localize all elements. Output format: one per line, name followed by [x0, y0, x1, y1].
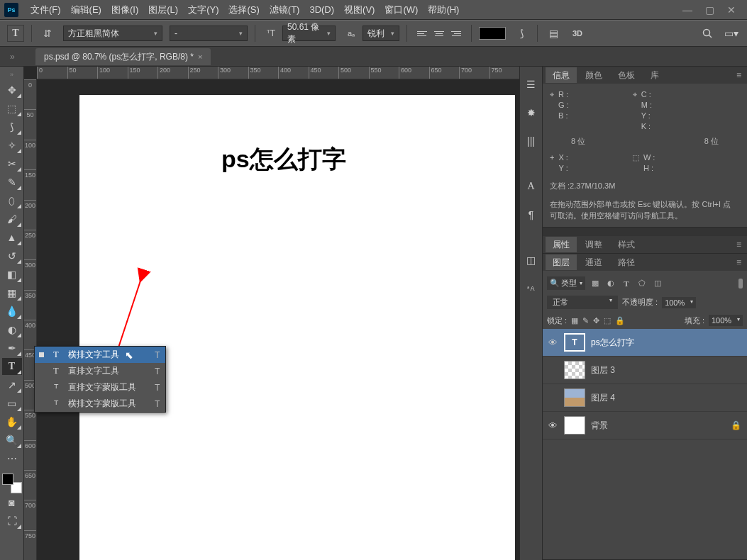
menu-item[interactable]: 3D(D): [304, 0, 339, 20]
tool-preset-icon[interactable]: T: [7, 25, 24, 42]
menu-item[interactable]: 文字(Y): [183, 0, 223, 20]
lasso-tool[interactable]: ⟆: [2, 118, 22, 135]
character-panel-icon[interactable]: ▤: [545, 25, 562, 42]
panel-tab[interactable]: 调整: [578, 237, 609, 252]
magic-wand-tool[interactable]: ✧: [2, 137, 22, 154]
layer-row[interactable]: 图层 4: [543, 384, 747, 412]
eraser-tool[interactable]: ◧: [2, 266, 22, 283]
eyedropper-tool[interactable]: ✎: [2, 174, 22, 191]
lock-artboard-icon[interactable]: ⬚: [604, 316, 611, 325]
close-tab-icon[interactable]: ×: [198, 48, 202, 65]
marquee-tool[interactable]: ⬚: [2, 100, 22, 117]
edit-toolbar-icon[interactable]: ⋯: [2, 450, 22, 467]
actions-dock-icon[interactable]: ᵃA: [524, 281, 539, 296]
fgbg-colors[interactable]: [2, 474, 22, 493]
layer-name[interactable]: 图层 3: [591, 364, 615, 376]
layer-filter-dropdown[interactable]: 🔍 类型: [547, 276, 585, 290]
lock-pixel-icon[interactable]: ✎: [582, 316, 589, 325]
character-dock-icon[interactable]: A: [524, 179, 539, 194]
align-right-button[interactable]: [448, 26, 464, 41]
layer-row[interactable]: 👁Tps怎么打字: [543, 329, 747, 357]
menu-item[interactable]: 选择(S): [223, 0, 264, 20]
flyout-item[interactable]: T横排文字工具⬉T: [35, 347, 165, 363]
panel-tab[interactable]: 颜色: [578, 67, 609, 83]
blur-tool[interactable]: 💧: [2, 303, 22, 320]
panel-tab[interactable]: 色板: [611, 67, 642, 83]
panel-tab[interactable]: 库: [643, 67, 666, 83]
menu-item[interactable]: 图像(I): [106, 0, 143, 20]
flyout-item[interactable]: T直排文字工具T: [35, 363, 165, 379]
panel-tab[interactable]: 通道: [578, 254, 609, 270]
menu-item[interactable]: 图层(L): [143, 0, 183, 20]
menu-item[interactable]: 编辑(E): [66, 0, 106, 20]
zoom-tool[interactable]: 🔍: [2, 432, 22, 449]
flyout-item[interactable]: ⸆横排文字蒙版工具T: [35, 396, 165, 412]
patch-tool[interactable]: ⬯: [2, 192, 22, 209]
visibility-icon[interactable]: 👁: [548, 337, 558, 348]
screenmode-icon[interactable]: ⛶: [2, 513, 22, 530]
fill-field[interactable]: 100%: [709, 315, 743, 326]
panel-tab[interactable]: 路径: [611, 254, 642, 270]
wheel-dock-icon[interactable]: ✸: [524, 105, 539, 121]
gradient-tool[interactable]: ▦: [2, 284, 22, 301]
align-center-button[interactable]: [431, 26, 447, 41]
font-family-dropdown[interactable]: 方正粗黑简体: [63, 26, 162, 41]
font-size-dropdown[interactable]: 50.61 像素: [282, 26, 336, 41]
minimize-icon[interactable]: —: [682, 4, 692, 16]
filter-shape-icon[interactable]: ⬠: [636, 278, 648, 289]
layer-name[interactable]: 背景: [591, 420, 608, 432]
menu-item[interactable]: 文件(F): [26, 0, 66, 20]
brushes-dock-icon[interactable]: |||: [524, 133, 539, 149]
glyphs-dock-icon[interactable]: ◫: [524, 252, 539, 268]
document-tab[interactable]: ps.psd @ 80.7% (ps怎么打字, RGB/8) *×: [35, 48, 211, 65]
panel-tab[interactable]: 属性: [546, 237, 577, 252]
lock-all-icon[interactable]: 🔒: [615, 316, 625, 325]
align-left-button[interactable]: [414, 26, 430, 41]
orientation-icon[interactable]: ⇵: [39, 25, 56, 42]
lock-trans-icon[interactable]: ▦: [571, 316, 578, 325]
layer-name[interactable]: 图层 4: [591, 392, 615, 404]
quickmask-icon[interactable]: ◙: [2, 494, 22, 511]
menu-item[interactable]: 滤镜(T): [265, 0, 305, 20]
opacity-field[interactable]: 100%: [662, 297, 696, 308]
menu-item[interactable]: 窗口(W): [380, 0, 423, 20]
workspace-icon[interactable]: ▭▾: [723, 25, 740, 42]
flyout-item[interactable]: ⸆直排文字蒙版工具T: [35, 379, 165, 396]
search-icon[interactable]: [699, 25, 716, 42]
antialias-dropdown[interactable]: 锐利: [363, 26, 399, 41]
panel-tab[interactable]: 图层: [546, 254, 577, 270]
path-select-tool[interactable]: ↗: [2, 376, 22, 393]
close-icon[interactable]: ✕: [727, 4, 736, 16]
canvas-text[interactable]: ps怎么打字: [221, 143, 346, 176]
filter-toggle[interactable]: [738, 279, 743, 289]
filter-pixel-icon[interactable]: ▩: [590, 278, 601, 289]
maximize-icon[interactable]: ▢: [705, 4, 714, 16]
stamp-tool[interactable]: ▲: [2, 229, 22, 246]
crop-tool[interactable]: ✂: [2, 155, 22, 172]
shape-tool[interactable]: ▭: [2, 395, 22, 412]
dodge-tool[interactable]: ◐: [2, 321, 22, 338]
3d-icon[interactable]: 3D: [569, 25, 586, 42]
hand-tool[interactable]: ✋: [2, 413, 22, 430]
paragraph-dock-icon[interactable]: ¶: [524, 207, 539, 223]
filter-adjust-icon[interactable]: ◐: [605, 278, 616, 289]
font-style-dropdown[interactable]: -: [170, 26, 248, 41]
panel-tab[interactable]: 样式: [611, 237, 642, 252]
menu-item[interactable]: 帮助(H): [423, 0, 464, 20]
filter-smart-icon[interactable]: ◫: [652, 278, 663, 289]
pen-tool[interactable]: ✒: [2, 340, 22, 357]
visibility-icon[interactable]: 👁: [548, 420, 558, 431]
warp-text-icon[interactable]: ⟆: [513, 25, 530, 42]
text-color-swatch[interactable]: [479, 27, 506, 40]
brush-tool[interactable]: 🖌: [2, 211, 22, 228]
panel-tab[interactable]: 信息: [546, 67, 577, 83]
lock-pos-icon[interactable]: ✥: [593, 316, 599, 325]
filter-type-icon[interactable]: T: [621, 278, 632, 289]
toolbox-handle-icon[interactable]: »: [10, 71, 13, 78]
blend-mode-dropdown[interactable]: 正常: [547, 296, 618, 309]
panel-menu-icon[interactable]: ≡: [731, 257, 747, 267]
tab-handle-icon[interactable]: »: [10, 52, 15, 62]
panel-menu-icon[interactable]: ≡: [731, 70, 747, 80]
history-dock-icon[interactable]: ☰: [524, 77, 539, 92]
menu-item[interactable]: 视图(V): [339, 0, 380, 20]
